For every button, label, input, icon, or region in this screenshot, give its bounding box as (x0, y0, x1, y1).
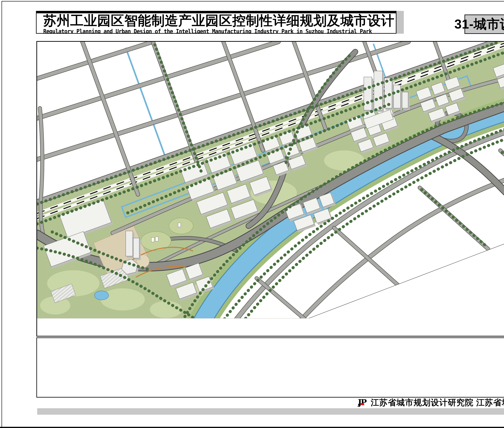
aerial-rendering (37, 42, 504, 336)
notes-box (36, 337, 504, 397)
logo-foot (358, 404, 360, 406)
jsupdi-logo-icon: JP (358, 397, 367, 408)
pond (94, 291, 109, 300)
footer-gray-bar (37, 408, 504, 415)
project-title-english: Regulatory Planning and Urban Design of … (43, 28, 396, 34)
sheet-number-label: 31-城市设计三维鸟瞰图 (464, 15, 504, 34)
aerial-model (37, 42, 504, 336)
drawing-sheet: 苏州工业园区智能制造产业园区控制性详细规划及城市设计 Regulatory Pl… (0, 0, 504, 428)
title-block-shadow (396, 11, 404, 34)
footer-credit: JP 江苏省城市规划设计研究院 江苏省城市交通规划研究中心 (358, 397, 504, 408)
project-title-chinese: 苏州工业园区智能制造产业园区控制性详细规划及城市设计 (43, 14, 396, 28)
sheet-bottom-edge-line (0, 427, 504, 428)
credit-text: 江苏省城市规划设计研究院 江苏省城市交通规划研究中心 (371, 397, 504, 408)
sheet-left-edge-line (1, 1, 2, 427)
sheet-top-edge-line (1, 1, 504, 1)
aerial-view-frame (36, 41, 504, 337)
title-block: 苏州工业园区智能制造产业园区控制性详细规划及城市设计 Regulatory Pl… (36, 11, 397, 34)
